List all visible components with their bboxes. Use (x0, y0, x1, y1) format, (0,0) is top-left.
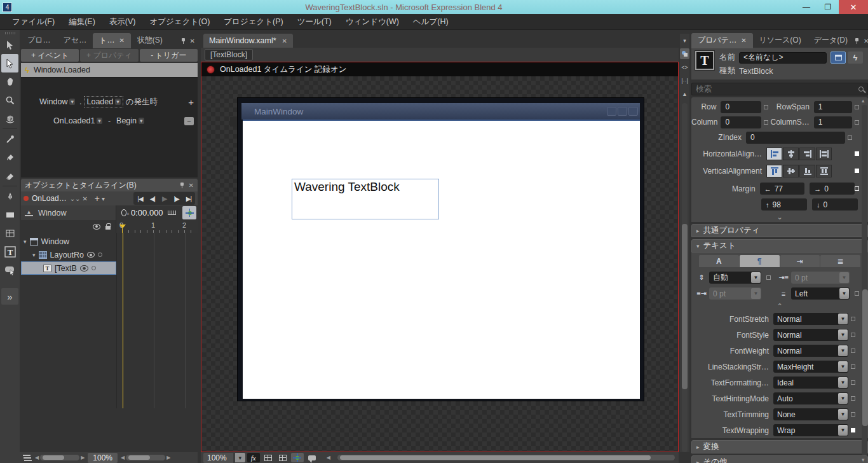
pan-tool[interactable] (1, 73, 18, 91)
advanced-property-icon[interactable] (855, 105, 859, 109)
zindex-input[interactable]: 0 (746, 132, 845, 144)
snap-to-snaplines-button[interactable] (291, 453, 304, 462)
tab-properties[interactable]: プロパテ… (691, 33, 753, 48)
remove-trigger-button[interactable]: - トリガー (140, 49, 198, 62)
design-view-button[interactable] (680, 48, 689, 59)
eraser-tool[interactable] (1, 167, 18, 185)
action-dropdown[interactable]: Begin (114, 116, 146, 126)
pin-icon[interactable] (854, 38, 860, 44)
remove-action-button[interactable]: − (184, 117, 194, 125)
texttrimming-dropdown[interactable]: None ▼ (773, 408, 848, 420)
advanced-property-icon[interactable] (851, 380, 855, 385)
text-indent-dropdown[interactable]: 0 pt ▼ (791, 272, 850, 284)
textwrapping-dropdown[interactable]: Wrap ▼ (773, 424, 848, 436)
line-height-dropdown[interactable]: 自動 ▼ (709, 272, 761, 284)
advanced-property-icon[interactable] (855, 169, 859, 173)
advanced-property-icon[interactable] (851, 364, 855, 369)
list-tab[interactable]: ≣ (820, 255, 860, 267)
storyboard-open-icon[interactable]: ⌄⌄ (70, 195, 81, 202)
scroll-up-icon[interactable]: ▲ (680, 88, 689, 99)
layers-icon[interactable] (23, 455, 32, 461)
next-frame-button[interactable]: |▶ (173, 195, 179, 202)
valign-bottom-button[interactable] (799, 165, 815, 177)
tree-scrollbar[interactable]: ◀ ▶ (35, 455, 85, 460)
tab-triggers[interactable]: ト… (93, 33, 131, 48)
advanced-property-icon[interactable] (764, 105, 768, 109)
direct-selection-tool[interactable] (1, 54, 18, 73)
artboard-hscrollbar[interactable] (337, 455, 675, 460)
margin-bottom-input[interactable]: ↓ 0 (812, 198, 858, 211)
record-keyframe-icon[interactable] (121, 209, 126, 216)
recording-banner[interactable]: OnLoaded1 タイムライン 記録オン (201, 62, 678, 76)
panel-close-icon[interactable] (189, 182, 194, 189)
paint-bucket-tool[interactable] (1, 148, 18, 167)
scroll-left-icon[interactable]: ◀ (35, 455, 39, 460)
isolate-toggle-icon[interactable] (98, 252, 102, 257)
column-input[interactable]: 0 (721, 116, 761, 128)
margin-right-input[interactable]: → 0 (810, 183, 855, 195)
menu-edit[interactable]: 編集(E) (62, 14, 102, 30)
font-tab[interactable]: A (699, 255, 739, 267)
close-button[interactable] (839, 0, 868, 14)
split-view-button[interactable]: |··| (680, 75, 689, 86)
advanced-property-icon[interactable] (851, 317, 855, 321)
scroll-down-icon[interactable] (862, 457, 865, 463)
pen-tool[interactable] (1, 187, 18, 205)
tab-states[interactable]: 状態(S) (131, 33, 169, 48)
valign-stretch-button[interactable] (816, 165, 832, 177)
storyboard-picker[interactable]: OnLoad… (32, 194, 67, 203)
text-align-dropdown[interactable]: Left ▼ (791, 287, 850, 300)
show-grid-button[interactable] (262, 453, 275, 462)
new-storyboard-button[interactable]: + (95, 193, 100, 204)
valign-top-button[interactable] (766, 165, 782, 177)
layout-panel-tool[interactable] (1, 224, 18, 242)
artboard[interactable]: MainWindow Wavering TextBlock (202, 76, 677, 451)
scope-up-icon[interactable]: ▲ (25, 210, 33, 216)
camera-orbit-tool[interactable] (1, 109, 18, 128)
section-transform[interactable]: 変換 (691, 440, 868, 453)
design-window-content[interactable]: Wavering TextBlock (243, 120, 640, 399)
property-search[interactable] (691, 83, 868, 95)
advanced-property-icon[interactable] (855, 151, 859, 156)
storyboard-dropdown[interactable]: OnLoaded1 (51, 116, 104, 126)
breadcrumb-textblock[interactable]: [TextBlock] (205, 49, 253, 60)
annotations-button[interactable] (306, 453, 318, 462)
xaml-view-button[interactable]: <> (680, 62, 689, 73)
texthinting-dropdown[interactable]: Auto ▼ (773, 392, 848, 404)
fontweight-dropdown[interactable]: Normal ▼ (773, 345, 848, 357)
tab-resources[interactable]: リソース(O) (753, 33, 808, 48)
advanced-property-icon[interactable] (851, 333, 855, 337)
search-input[interactable] (696, 85, 858, 93)
play-button[interactable]: ▶ (162, 195, 166, 203)
advanced-property-icon[interactable] (855, 186, 859, 191)
halign-left-button[interactable] (766, 148, 782, 160)
paragraph-spacing-dropdown[interactable]: 0 pt ▼ (709, 287, 761, 300)
add-event-button[interactable]: + イベント (21, 49, 79, 62)
properties-view-button[interactable] (831, 52, 846, 64)
ruler-icon[interactable] (168, 211, 176, 215)
artboard-vscrollbar[interactable] (682, 103, 688, 452)
halign-center-button[interactable] (783, 148, 799, 160)
halign-stretch-button[interactable] (816, 148, 832, 160)
playhead-line[interactable] (123, 233, 123, 408)
trigger-event-item[interactable]: ϟ Window.Loaded (21, 63, 198, 77)
add-property-button[interactable]: + プロパティ (80, 49, 138, 62)
design-window[interactable]: MainWindow Wavering TextBlock (237, 97, 644, 401)
scroll-left-icon[interactable]: ◀ (121, 455, 125, 460)
eye-icon[interactable] (87, 252, 95, 258)
zoom-dropdown-icon[interactable] (235, 453, 245, 462)
textformatting-dropdown[interactable]: Ideal ▼ (773, 377, 848, 389)
section-other[interactable]: その他 (691, 455, 868, 463)
expander-icon[interactable] (24, 238, 27, 245)
zoom-tool[interactable] (1, 91, 18, 109)
objects-timeline-header[interactable]: オブジェクトとタイムライン(B) (21, 179, 198, 191)
effects-toggle-button[interactable]: fx (247, 453, 260, 462)
menu-file[interactable]: ファイル(F) (5, 14, 62, 30)
storyboard-options-icon[interactable] (102, 195, 105, 202)
menu-view[interactable]: 表示(V) (102, 14, 143, 30)
minimize-button[interactable]: — (796, 0, 817, 14)
trigger-source-dropdown[interactable]: Window (37, 97, 77, 107)
pin-icon[interactable] (180, 38, 186, 44)
scrollbar-track[interactable] (40, 455, 79, 460)
tree-item-layoutroot[interactable]: LayoutRo (21, 248, 116, 261)
